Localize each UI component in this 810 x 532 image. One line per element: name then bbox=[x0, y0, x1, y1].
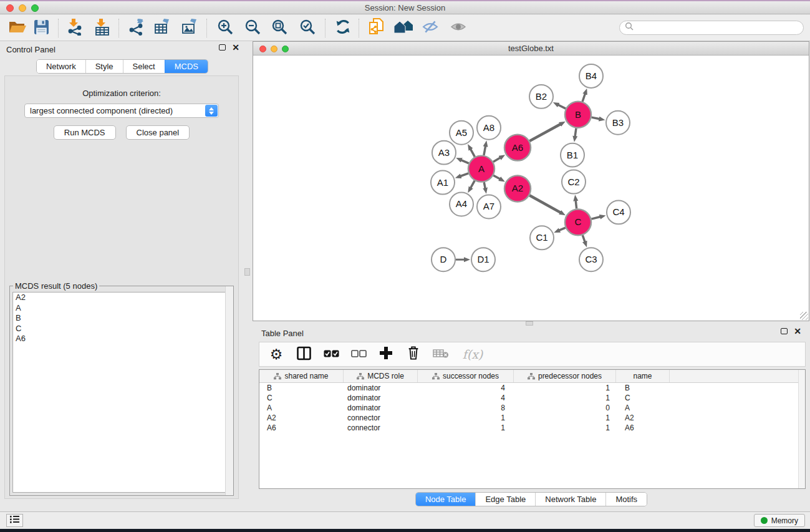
table-cell[interactable]: A6 bbox=[616, 423, 670, 432]
export-table-button[interactable] bbox=[152, 19, 172, 37]
home-button[interactable] bbox=[393, 19, 413, 37]
search-box[interactable] bbox=[619, 21, 804, 35]
graph-edge-A2-C[interactable] bbox=[529, 195, 561, 213]
show-task-history-button[interactable] bbox=[6, 514, 23, 527]
table-cell[interactable]: C bbox=[259, 394, 344, 402]
table-row[interactable]: Bdominator41B bbox=[259, 383, 805, 393]
table-cell[interactable]: connector bbox=[344, 414, 418, 422]
minimize-window-button[interactable] bbox=[19, 4, 26, 12]
table-cell[interactable]: B bbox=[259, 384, 344, 392]
select-all-columns-button[interactable] bbox=[322, 345, 340, 364]
graph-edge-A-A5[interactable] bbox=[470, 149, 475, 157]
mcds-result-list[interactable]: A2ABCA6 bbox=[12, 292, 231, 493]
delete-column-button[interactable] bbox=[404, 345, 423, 364]
tab-node-table[interactable]: Node Table bbox=[416, 493, 476, 506]
delete-table-button[interactable] bbox=[432, 345, 450, 364]
zoom-fit-button[interactable] bbox=[269, 19, 289, 37]
table-cell[interactable]: dominator bbox=[344, 404, 418, 412]
float-panel-icon[interactable] bbox=[219, 44, 226, 51]
function-builder-button[interactable]: f(x) bbox=[459, 345, 486, 364]
table-cell[interactable]: 1 bbox=[514, 414, 616, 422]
clone-network-button[interactable] bbox=[367, 19, 387, 37]
table-cell[interactable]: C bbox=[616, 394, 670, 402]
table-cell[interactable]: 1 bbox=[514, 423, 616, 432]
save-session-button[interactable] bbox=[31, 19, 51, 37]
tab-network[interactable]: Network bbox=[37, 60, 85, 73]
mcds-result-item[interactable]: A6 bbox=[13, 334, 230, 344]
tab-style[interactable]: Style bbox=[85, 60, 123, 73]
graph-edge-C-C1[interactable] bbox=[559, 228, 566, 230]
tab-mcds[interactable]: MCDS bbox=[165, 60, 208, 73]
graph-edge-C-C4[interactable] bbox=[591, 217, 600, 220]
table-cell[interactable]: A bbox=[259, 404, 344, 412]
graph-edge-A-A2[interactable] bbox=[493, 175, 500, 179]
graph-edge-A-A3[interactable] bbox=[461, 160, 469, 163]
table-cell[interactable]: 4 bbox=[418, 384, 514, 392]
graph-edge-A6-B[interactable] bbox=[529, 124, 561, 141]
table-cell[interactable]: 8 bbox=[418, 404, 514, 412]
table-row[interactable]: Cdominator41C bbox=[259, 393, 805, 403]
table-cell[interactable]: B bbox=[616, 384, 670, 392]
graph-edge-A-A4[interactable] bbox=[471, 181, 475, 188]
graph-edge-C-C3[interactable] bbox=[582, 235, 585, 242]
graph-edge-B-B4[interactable] bbox=[582, 94, 585, 102]
graph-edge-A-A7[interactable] bbox=[484, 182, 485, 188]
network-minimize-button[interactable] bbox=[271, 46, 277, 52]
table-cell[interactable]: 1 bbox=[418, 423, 514, 432]
close-panel-button[interactable]: Close panel bbox=[126, 125, 190, 140]
table-scrollbar[interactable] bbox=[798, 370, 805, 488]
import-network-button[interactable] bbox=[65, 19, 85, 37]
table-row[interactable]: A2connector11A2 bbox=[259, 413, 805, 423]
run-mcds-button[interactable]: Run MCDS bbox=[54, 125, 116, 140]
result-scrollbar[interactable] bbox=[225, 286, 233, 495]
table-cell[interactable]: dominator bbox=[344, 394, 418, 402]
table-cell[interactable]: 1 bbox=[514, 384, 616, 392]
network-window-titlebar[interactable]: testGlobe.txt bbox=[253, 42, 809, 56]
splitter-handle-vertical[interactable] bbox=[244, 268, 250, 276]
graph-edge-B-B3[interactable] bbox=[592, 117, 600, 119]
zoom-selected-button[interactable] bbox=[297, 19, 317, 37]
graph-edge-B-B2[interactable] bbox=[558, 105, 566, 109]
graph-edge-A-A1[interactable] bbox=[460, 173, 468, 177]
network-graph[interactable]: AA1A2A3A4A5A6A7A8BB1B2B3B4CC1C2C3C4DD1 bbox=[253, 56, 809, 321]
refresh-layout-button[interactable] bbox=[333, 19, 353, 37]
table-cell[interactable]: A2 bbox=[259, 414, 344, 422]
float-table-panel-icon[interactable] bbox=[781, 328, 788, 334]
open-session-button[interactable] bbox=[7, 19, 27, 37]
tab-network-table[interactable]: Network Table bbox=[535, 493, 605, 506]
table-row[interactable]: A6connector11A6 bbox=[259, 423, 805, 433]
hide-details-button[interactable] bbox=[420, 19, 440, 37]
tab-select[interactable]: Select bbox=[123, 60, 165, 73]
close-panel-icon[interactable]: ✕ bbox=[232, 44, 239, 51]
mcds-result-item[interactable]: C bbox=[13, 324, 230, 334]
network-maximize-button[interactable] bbox=[282, 46, 289, 52]
graph-edge-B-B1[interactable] bbox=[575, 128, 576, 137]
tab-motifs[interactable]: Motifs bbox=[605, 493, 647, 506]
column-header-name[interactable]: name bbox=[616, 370, 670, 382]
deselect-all-columns-button[interactable] bbox=[349, 345, 368, 364]
table-cell[interactable]: 4 bbox=[418, 394, 514, 402]
memory-button[interactable]: Memory bbox=[754, 514, 805, 527]
mcds-result-item[interactable]: A bbox=[13, 303, 230, 314]
graph-edge-C-C2[interactable] bbox=[576, 200, 576, 208]
network-canvas[interactable]: AA1A2A3A4A5A6A7A8BB1B2B3B4CC1C2C3C4DD1 bbox=[253, 56, 809, 321]
mcds-result-item[interactable]: A2 bbox=[13, 293, 230, 303]
close-window-button[interactable] bbox=[6, 4, 14, 12]
mcds-result-item[interactable]: B bbox=[13, 313, 230, 324]
column-header-MCDS-role[interactable]: MCDS role bbox=[344, 370, 418, 382]
network-close-button[interactable] bbox=[259, 46, 266, 52]
table-cell[interactable]: A bbox=[616, 404, 670, 412]
zoom-in-button[interactable] bbox=[215, 19, 235, 37]
criterion-dropdown[interactable]: largest connected component (directed) bbox=[24, 104, 219, 118]
titlebar[interactable]: Session: New Session bbox=[0, 1, 810, 14]
import-table-button[interactable] bbox=[92, 19, 112, 37]
column-header-predecessor-nodes[interactable]: predecessor nodes bbox=[514, 370, 616, 382]
search-input[interactable] bbox=[634, 24, 803, 32]
table-settings-button[interactable]: ⚙ bbox=[267, 345, 286, 364]
table-cell[interactable]: 1 bbox=[418, 414, 514, 422]
window-resize-grip[interactable] bbox=[800, 312, 808, 320]
create-column-button[interactable] bbox=[377, 345, 395, 364]
zoom-out-button[interactable] bbox=[243, 19, 263, 37]
export-network-button[interactable] bbox=[126, 19, 146, 37]
table-cell[interactable]: dominator bbox=[344, 384, 418, 392]
